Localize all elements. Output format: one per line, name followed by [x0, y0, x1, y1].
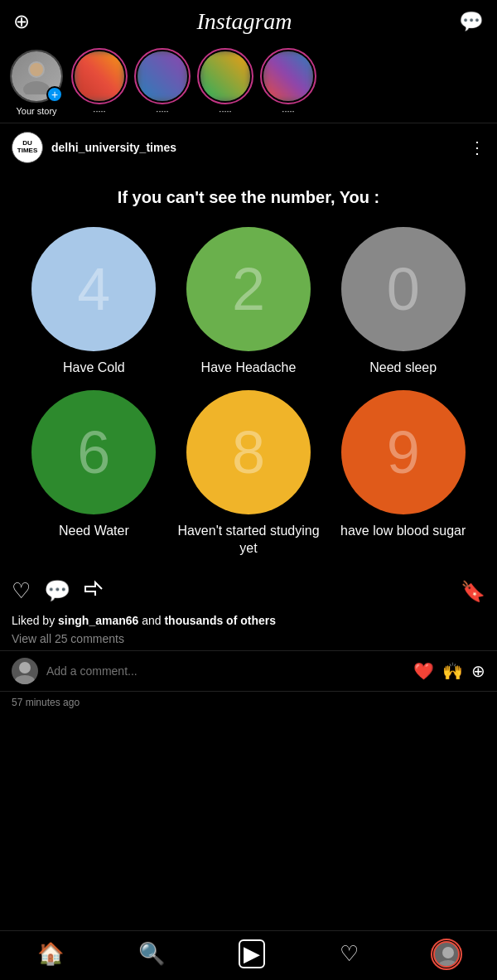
- liker-name[interactable]: singh_aman66: [58, 614, 138, 627]
- circles-grid: 4 Have Cold 2 Have Headache 0 Need sleep…: [13, 227, 484, 557]
- svg-point-3: [19, 662, 31, 673]
- circle-item-sleep: 0 Need sleep: [329, 227, 477, 377]
- likes-suffix: and: [142, 614, 164, 627]
- svg-point-2: [30, 63, 43, 76]
- hands-emoji-button[interactable]: 🙌: [442, 661, 463, 681]
- circle-item-cold: 4 Have Cold: [20, 227, 168, 377]
- post-more-options[interactable]: ⋮: [469, 138, 485, 157]
- new-post-icon[interactable]: ⊕: [13, 10, 30, 33]
- post-timestamp: 57 minutes ago: [0, 692, 497, 715]
- circle-cold: 4: [31, 227, 156, 351]
- comment-emoji-actions: ❤️ 🙌 ⊕: [413, 661, 485, 681]
- post-actions-left: ♡ 💬: [12, 578, 104, 604]
- add-story-badge[interactable]: +: [46, 86, 63, 103]
- nav-search[interactable]: 🔍: [138, 941, 165, 967]
- likes-others: thousands of others: [164, 614, 276, 627]
- story-label-4: ·····: [219, 106, 231, 116]
- app-title: Instagram: [196, 8, 292, 35]
- post-user-info[interactable]: DUTIMES delhi_university_times: [12, 132, 176, 163]
- view-comments-button[interactable]: View all 25 comments: [0, 630, 497, 650]
- story-item-5[interactable]: ·····: [262, 50, 315, 116]
- circle-label-sugar: have low blood sugar: [340, 523, 466, 540]
- nav-activity[interactable]: ♡: [340, 941, 359, 967]
- story-item-4[interactable]: ·····: [199, 50, 252, 116]
- post-user-avatar: DUTIMES: [12, 132, 43, 163]
- story-label-yours: Your story: [16, 106, 56, 116]
- comment-more-button[interactable]: ⊕: [471, 661, 485, 681]
- circle-label-cold: Have Cold: [63, 360, 125, 377]
- comment-user-avatar: [12, 658, 38, 684]
- circle-item-water: 6 Need Water: [20, 390, 168, 558]
- circle-item-headache: 2 Have Headache: [175, 227, 323, 377]
- svg-point-6: [438, 960, 458, 968]
- post-actions-bar: ♡ 💬 🔖: [0, 570, 497, 612]
- story-label-3: ·····: [156, 106, 168, 116]
- story-item-yours[interactable]: + Your story: [10, 50, 63, 116]
- comment-button[interactable]: 💬: [44, 578, 70, 604]
- bottom-nav: 🏠 🔍 ▶ ♡: [0, 930, 497, 980]
- circle-study: 8: [186, 390, 311, 514]
- svg-point-5: [442, 947, 454, 958]
- likes-text: Liked by: [12, 614, 55, 627]
- post-likes: Liked by singh_aman66 and thousands of o…: [0, 612, 497, 630]
- messenger-icon[interactable]: 💬: [459, 10, 484, 33]
- nav-reels[interactable]: ▶: [239, 939, 265, 968]
- comment-row: ❤️ 🙌 ⊕: [0, 650, 497, 692]
- circle-item-sugar: 9 have low blood sugar: [329, 390, 477, 558]
- nav-home[interactable]: 🏠: [37, 941, 64, 967]
- circle-headache: 2: [186, 227, 311, 351]
- nav-profile-button[interactable]: [433, 941, 460, 968]
- circle-sleep: 0: [341, 227, 466, 351]
- circle-label-water: Need Water: [59, 523, 129, 540]
- circle-sugar: 9: [341, 390, 466, 514]
- share-button[interactable]: [84, 578, 104, 604]
- circle-water: 6: [31, 390, 156, 514]
- post-headline: If you can't see the number, You :: [13, 188, 484, 207]
- comment-input-field[interactable]: [46, 664, 405, 678]
- app-header: ⊕ Instagram 💬: [0, 0, 497, 43]
- svg-point-4: [15, 675, 35, 684]
- circle-item-study: 8 Haven't started studying yet: [175, 390, 323, 558]
- post-container: DUTIMES delhi_university_times ⋮ If you …: [0, 123, 497, 715]
- like-button[interactable]: ♡: [12, 578, 31, 604]
- stories-row: + Your story ····· ····· ·····: [0, 43, 497, 123]
- story-item-3[interactable]: ·····: [136, 50, 189, 116]
- circle-label-headache: Have Headache: [201, 360, 297, 377]
- circle-label-study: Haven't started studying yet: [175, 523, 323, 558]
- post-image-content: If you can't see the number, You : 4 Hav…: [0, 171, 497, 570]
- save-button[interactable]: 🔖: [461, 580, 485, 603]
- story-label-2: ·····: [93, 106, 105, 116]
- post-username: delhi_university_times: [51, 141, 176, 154]
- post-header: DUTIMES delhi_university_times ⋮: [0, 123, 497, 171]
- story-item-2[interactable]: ·····: [73, 50, 126, 116]
- story-label-5: ·····: [282, 106, 294, 116]
- heart-emoji-button[interactable]: ❤️: [413, 661, 434, 681]
- circle-label-sleep: Need sleep: [369, 360, 437, 377]
